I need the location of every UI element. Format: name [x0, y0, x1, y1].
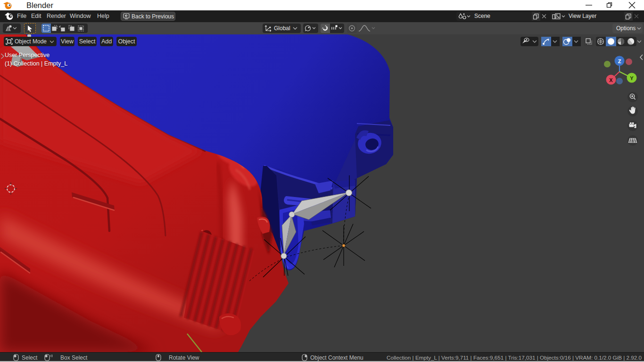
svg-text:X: X — [609, 77, 613, 83]
svg-text:Z: Z — [618, 58, 621, 64]
svg-text:Y: Y — [630, 75, 634, 81]
